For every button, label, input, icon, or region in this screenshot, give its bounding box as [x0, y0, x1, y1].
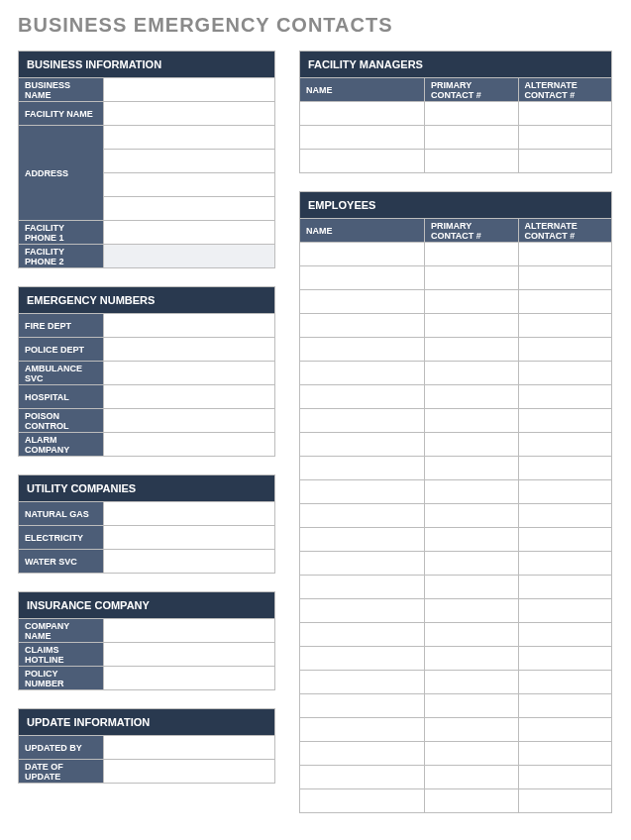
cell[interactable]: [300, 576, 425, 599]
cell[interactable]: [300, 314, 425, 338]
value[interactable]: [104, 78, 275, 102]
value[interactable]: [104, 314, 275, 338]
cell[interactable]: [518, 480, 612, 504]
cell[interactable]: [425, 385, 519, 409]
value[interactable]: [104, 736, 275, 760]
cell[interactable]: [300, 385, 425, 409]
value[interactable]: [104, 338, 275, 362]
cell[interactable]: [425, 694, 519, 718]
value[interactable]: [104, 245, 275, 268]
cell[interactable]: [518, 126, 612, 150]
cell[interactable]: [425, 409, 519, 433]
cell[interactable]: [300, 504, 425, 528]
value[interactable]: [104, 385, 275, 409]
value[interactable]: [104, 126, 275, 150]
cell[interactable]: [300, 480, 425, 504]
cell[interactable]: [425, 599, 519, 623]
cell[interactable]: [518, 266, 612, 290]
cell[interactable]: [425, 480, 519, 504]
cell[interactable]: [518, 243, 612, 266]
cell[interactable]: [425, 433, 519, 457]
cell[interactable]: [300, 102, 425, 126]
cell[interactable]: [425, 552, 519, 576]
cell[interactable]: [518, 290, 612, 314]
value[interactable]: [104, 173, 275, 197]
cell[interactable]: [425, 338, 519, 362]
value[interactable]: [104, 526, 275, 550]
cell[interactable]: [425, 528, 519, 552]
cell[interactable]: [300, 150, 425, 173]
cell[interactable]: [300, 433, 425, 457]
cell[interactable]: [425, 718, 519, 742]
value[interactable]: [104, 362, 275, 385]
value[interactable]: [104, 667, 275, 690]
cell[interactable]: [425, 647, 519, 671]
cell[interactable]: [518, 671, 612, 694]
cell[interactable]: [425, 457, 519, 480]
cell[interactable]: [518, 742, 612, 766]
cell[interactable]: [425, 243, 519, 266]
cell[interactable]: [300, 766, 425, 789]
cell[interactable]: [300, 671, 425, 694]
cell[interactable]: [518, 102, 612, 126]
cell[interactable]: [518, 338, 612, 362]
cell[interactable]: [425, 789, 519, 813]
cell[interactable]: [300, 243, 425, 266]
value[interactable]: [104, 409, 275, 433]
cell[interactable]: [425, 742, 519, 766]
cell[interactable]: [300, 789, 425, 813]
cell[interactable]: [518, 766, 612, 789]
value[interactable]: [104, 502, 275, 526]
value[interactable]: [104, 221, 275, 245]
cell[interactable]: [300, 718, 425, 742]
cell[interactable]: [300, 552, 425, 576]
cell[interactable]: [425, 671, 519, 694]
value[interactable]: [104, 643, 275, 667]
cell[interactable]: [425, 504, 519, 528]
cell[interactable]: [425, 362, 519, 385]
cell[interactable]: [425, 102, 519, 126]
value[interactable]: [104, 102, 275, 126]
cell[interactable]: [425, 576, 519, 599]
cell[interactable]: [518, 385, 612, 409]
cell[interactable]: [518, 623, 612, 647]
cell[interactable]: [518, 457, 612, 480]
cell[interactable]: [425, 623, 519, 647]
cell[interactable]: [518, 433, 612, 457]
value[interactable]: [104, 760, 275, 784]
cell[interactable]: [300, 266, 425, 290]
cell[interactable]: [518, 576, 612, 599]
cell[interactable]: [425, 150, 519, 173]
cell[interactable]: [300, 599, 425, 623]
cell[interactable]: [518, 647, 612, 671]
value[interactable]: [104, 433, 275, 457]
cell[interactable]: [300, 126, 425, 150]
value[interactable]: [104, 150, 275, 173]
cell[interactable]: [300, 742, 425, 766]
cell[interactable]: [518, 718, 612, 742]
cell[interactable]: [425, 766, 519, 789]
cell[interactable]: [300, 457, 425, 480]
value[interactable]: [104, 197, 275, 221]
cell[interactable]: [518, 694, 612, 718]
cell[interactable]: [425, 266, 519, 290]
cell[interactable]: [518, 150, 612, 173]
cell[interactable]: [518, 362, 612, 385]
cell[interactable]: [300, 647, 425, 671]
value[interactable]: [104, 550, 275, 574]
cell[interactable]: [518, 409, 612, 433]
cell[interactable]: [518, 599, 612, 623]
cell[interactable]: [518, 789, 612, 813]
cell[interactable]: [425, 290, 519, 314]
cell[interactable]: [300, 623, 425, 647]
cell[interactable]: [300, 290, 425, 314]
cell[interactable]: [518, 552, 612, 576]
cell[interactable]: [300, 528, 425, 552]
cell[interactable]: [300, 338, 425, 362]
value[interactable]: [104, 619, 275, 643]
cell[interactable]: [518, 504, 612, 528]
cell[interactable]: [425, 126, 519, 150]
cell[interactable]: [518, 528, 612, 552]
cell[interactable]: [300, 409, 425, 433]
cell[interactable]: [300, 694, 425, 718]
